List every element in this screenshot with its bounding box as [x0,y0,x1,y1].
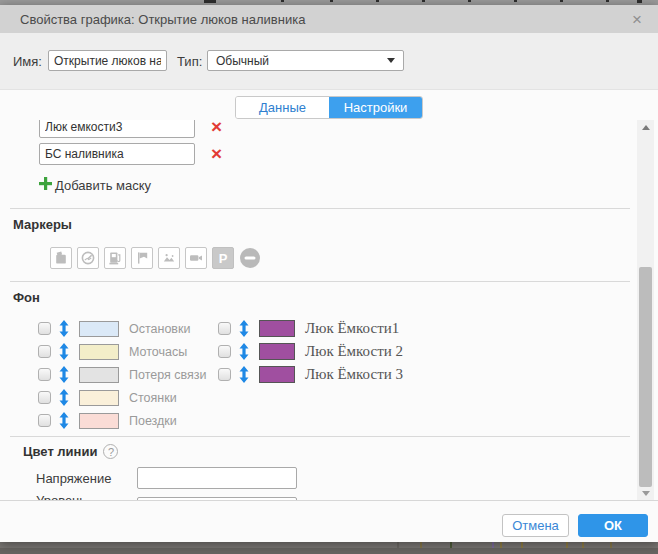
parking-icon[interactable]: P [212,247,234,269]
up-down-arrow-icon[interactable] [59,389,69,406]
ok-button[interactable]: ОК [578,514,648,537]
fuel-level-label: Уровень топлива [36,493,137,501]
up-down-arrow-icon[interactable] [59,412,69,429]
line-color-header: Цвет линии ? [23,444,630,459]
dialog-title: Свойства графика: Открытие люков наливни… [20,12,632,27]
bg-label: Поездки [129,414,177,428]
image-icon[interactable] [158,247,180,269]
up-down-arrow-icon[interactable] [239,320,249,337]
bg-label: Потеря связи [129,368,206,382]
vertical-scrollbar[interactable] [637,120,654,501]
up-down-arrow-icon[interactable] [239,343,249,360]
color-swatch[interactable] [79,321,119,337]
delete-mask-icon[interactable]: × [211,120,222,134]
help-icon[interactable]: ? [103,444,118,459]
voltage-row: Напряжение [36,467,630,489]
color-swatch[interactable] [259,366,295,383]
color-swatch[interactable] [79,413,119,429]
background-app-bottom-strip [0,542,658,554]
delete-mask-icon[interactable]: × [211,147,222,161]
bg-row-hatch-1: Люк Ёмкости1 [218,317,403,340]
bg-label: Люк Ёмкости 2 [305,343,403,360]
canister-icon[interactable] [50,247,72,269]
bg-label: Остановки [129,322,190,336]
tab-data[interactable]: Данные [236,97,329,118]
voltage-input[interactable] [137,467,297,489]
checkbox[interactable] [38,414,51,427]
add-mask-button[interactable]: Добавить маску [39,177,630,193]
type-label: Тип: [177,54,202,69]
bg-label: Моточасы [129,345,187,359]
screen: Свойства графика: Открытие люков наливни… [0,0,658,554]
bg-label: Люк Ёмкости 3 [305,366,403,383]
chevron-down-icon [387,58,395,63]
name-type-row: Имя: Тип: Обычный [0,33,658,90]
chart-properties-dialog: Свойства графика: Открытие люков наливни… [0,5,658,542]
scroll-down-icon[interactable] [637,486,654,501]
line-color-section-title: Цвет линии [23,444,97,459]
tab-group: Данные Настройки [235,96,423,119]
checkbox[interactable] [38,322,51,335]
color-swatch[interactable] [259,343,295,360]
checkbox[interactable] [38,368,51,381]
scrollbar-thumb[interactable] [639,267,652,487]
cancel-button[interactable]: Отмена [502,514,569,537]
dialog-titlebar: Свойства графика: Открытие люков наливни… [0,5,658,33]
checkbox[interactable] [218,345,231,358]
divider [10,208,630,209]
name-input[interactable] [48,50,167,71]
checkbox[interactable] [218,368,231,381]
close-icon[interactable]: × [632,11,642,28]
type-dropdown[interactable]: Обычный [207,50,404,71]
bg-row-trips: Поездки [0,409,206,432]
mask-input-1[interactable] [39,120,195,138]
flag-icon[interactable] [131,247,153,269]
minus-circle-icon[interactable] [239,247,261,269]
dialog-footer: Отмена ОК [0,501,658,542]
tab-settings[interactable]: Настройки [329,97,422,118]
bg-label: Стоянки [129,391,177,405]
up-down-arrow-icon[interactable] [59,343,69,360]
bg-row-connection-loss: Потеря связи [0,363,206,386]
checkbox[interactable] [38,391,51,404]
mask-row: × [39,143,630,165]
color-swatch[interactable] [79,390,119,406]
checkbox[interactable] [218,322,231,335]
marker-icons-row: P [50,247,630,269]
color-swatch[interactable] [79,344,119,360]
bg-label: Люк Ёмкости1 [305,320,399,337]
fuel-station-icon[interactable] [104,247,126,269]
checkbox[interactable] [38,345,51,358]
settings-scroll-area: × × Добавить маску Маркеры [0,120,658,501]
gauge-icon[interactable] [77,247,99,269]
bg-row-parkings: Стоянки [0,386,206,409]
divider [10,281,630,282]
background-section-title: Фон [13,290,630,305]
color-swatch[interactable] [79,367,119,383]
name-label: Имя: [13,54,42,69]
background-options: Остановки Моточасы Потеря связ [0,317,630,434]
voltage-label: Напряжение [36,471,137,486]
plus-icon [39,176,52,194]
video-camera-icon[interactable] [185,247,207,269]
divider [10,436,630,437]
bg-row-stops: Остановки [0,317,206,340]
mask-row: × [39,120,630,138]
add-mask-label: Добавить маску [55,178,151,193]
markers-section-title: Маркеры [13,217,630,232]
up-down-arrow-icon[interactable] [239,366,249,383]
type-selected-value: Обычный [216,54,269,68]
up-down-arrow-icon[interactable] [59,320,69,337]
up-down-arrow-icon[interactable] [59,366,69,383]
bg-row-hatch-3: Люк Ёмкости 3 [218,363,403,386]
bg-row-engine-hours: Моточасы [0,340,206,363]
bg-row-hatch-2: Люк Ёмкости 2 [218,340,403,363]
scroll-up-icon[interactable] [637,120,654,135]
color-swatch[interactable] [259,320,295,337]
mask-input-2[interactable] [39,143,195,165]
